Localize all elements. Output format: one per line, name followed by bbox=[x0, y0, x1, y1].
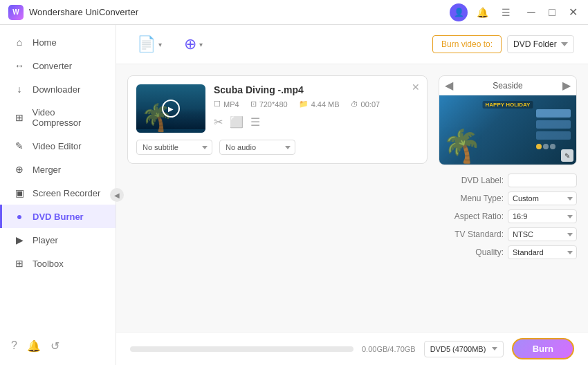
video-thumbnail: 🌴 ▶ bbox=[136, 84, 205, 133]
sidebar-nav: ⌂ Home ↔ Converter ↓ Downloader ⊞ Video … bbox=[0, 30, 116, 275]
downloader-icon: ↓ bbox=[13, 84, 26, 95]
sidebar-item-home[interactable]: ⌂ Home bbox=[0, 30, 116, 54]
dvd-label-row: DVD Label: bbox=[439, 174, 577, 187]
duration-icon: ⏱ bbox=[351, 100, 358, 109]
file-info: Scuba Diving -.mp4 ☐ MP4 ⊡ 720*480 bbox=[214, 84, 419, 129]
tv-standard-row: TV Standard: NTSC PAL bbox=[439, 227, 577, 241]
sidebar-item-converter[interactable]: ↔ Converter bbox=[0, 54, 116, 77]
preview-title: Seaside bbox=[493, 81, 522, 91]
titlebar: W Wondershare UniConverter 👤 🔔 ☰ ─ □ ✕ bbox=[0, 0, 588, 25]
dvd-label-label: DVD Label: bbox=[461, 176, 504, 185]
titlebar-icons: 👤 🔔 ☰ bbox=[450, 3, 515, 21]
aspect-ratio-label: Aspect Ratio: bbox=[454, 212, 504, 221]
copy-icon[interactable]: ⬜ bbox=[230, 115, 244, 129]
app-body: ⌂ Home ↔ Converter ↓ Downloader ⊞ Video … bbox=[0, 25, 588, 365]
sidebar-item-video-compressor[interactable]: ⊞ Video Compressor bbox=[0, 101, 116, 134]
notifications-icon[interactable]: 🔔 bbox=[27, 339, 41, 353]
sidebar-label-converter: Converter bbox=[33, 61, 72, 71]
bell-icon[interactable]: 🔔 bbox=[473, 3, 491, 21]
sidebar-item-video-editor[interactable]: ✎ Video Editor bbox=[0, 134, 116, 158]
menu-type-row: Menu Type: Custom None Template 1 bbox=[439, 191, 577, 205]
aspect-ratio-row: Aspect Ratio: 16:9 4:3 bbox=[439, 209, 577, 223]
toolbar-left: 📄 ▾ ⊕ ▾ bbox=[130, 32, 210, 57]
file-card: ✕ 🌴 ▶ Scuba Diving -.mp4 ☐ bbox=[127, 75, 428, 164]
dot-active bbox=[536, 144, 542, 149]
recorder-icon: ▣ bbox=[13, 187, 26, 198]
sidebar: ⌂ Home ↔ Converter ↓ Downloader ⊞ Video … bbox=[0, 25, 116, 365]
menu-icon[interactable]: ☰ bbox=[497, 3, 515, 21]
file-card-close-button[interactable]: ✕ bbox=[412, 82, 420, 93]
sidebar-label-player: Player bbox=[33, 235, 58, 245]
file-duration: ⏱ 00:07 bbox=[351, 100, 380, 109]
preview-image: HAPPY HOLIDAY 🌴 bbox=[439, 95, 576, 165]
add-chapter-button[interactable]: ⊕ ▾ bbox=[177, 32, 210, 57]
preview-edit-button[interactable]: ✎ bbox=[561, 149, 573, 162]
progress-bar-container bbox=[130, 346, 353, 352]
storage-info: 0.00GB/4.70GB bbox=[362, 345, 416, 353]
close-button[interactable]: ✕ bbox=[566, 6, 580, 19]
holiday-text: HAPPY HOLIDAY bbox=[483, 101, 533, 109]
maximize-button[interactable]: □ bbox=[545, 6, 559, 19]
file-meta: ☐ MP4 ⊡ 720*480 📁 4.44 MB bbox=[214, 100, 419, 109]
player-icon: ▶ bbox=[13, 234, 26, 245]
size-icon: 📁 bbox=[299, 100, 309, 109]
audio-select[interactable]: No audio bbox=[219, 140, 295, 155]
dvd-size-select[interactable]: DVD5 (4700MB) DVD9 (8500MB) bbox=[424, 341, 504, 357]
sidebar-item-dvd-burner[interactable]: ● DVD Burner bbox=[0, 205, 116, 228]
sidebar-collapse-button[interactable]: ◀ bbox=[110, 188, 124, 202]
scissors-icon[interactable]: ✂ bbox=[214, 115, 223, 129]
file-format: ☐ MP4 bbox=[214, 100, 239, 109]
user-icon[interactable]: 👤 bbox=[450, 3, 468, 21]
sidebar-item-screen-recorder[interactable]: ▣ Screen Recorder bbox=[0, 181, 116, 205]
burn-button[interactable]: Burn bbox=[512, 338, 574, 359]
help-icon[interactable]: ? bbox=[11, 339, 17, 353]
toolbox-icon: ⊞ bbox=[13, 258, 26, 269]
sidebar-label-home: Home bbox=[33, 37, 57, 48]
format-icon: ☐ bbox=[214, 100, 221, 109]
sidebar-item-downloader[interactable]: ↓ Downloader bbox=[0, 77, 116, 101]
dot-1 bbox=[543, 144, 549, 149]
burn-to-label: Burn video to: bbox=[432, 35, 502, 53]
merger-icon: ⊕ bbox=[13, 164, 26, 175]
app-icon: W bbox=[8, 5, 24, 20]
editor-icon: ✎ bbox=[13, 140, 26, 151]
sidebar-item-player[interactable]: ▶ Player bbox=[0, 228, 116, 252]
dot-2 bbox=[550, 144, 555, 149]
sidebar-item-toolbox[interactable]: ⊞ Toolbox bbox=[0, 252, 116, 275]
add-chapter-icon: ⊕ bbox=[184, 35, 196, 53]
sidebar-item-merger[interactable]: ⊕ Merger bbox=[0, 158, 116, 181]
play-button[interactable]: ▶ bbox=[162, 100, 180, 118]
preview-menu-items bbox=[536, 109, 571, 149]
file-panel: ✕ 🌴 ▶ Scuba Diving -.mp4 ☐ bbox=[127, 75, 428, 321]
file-resolution: ⊡ 720*480 bbox=[250, 100, 288, 109]
preview-area: ◀ Seaside ▶ HAPPY HOLIDAY 🌴 bbox=[439, 75, 577, 165]
app-title: Wondershare UniConverter bbox=[29, 7, 138, 17]
sidebar-label-toolbox: Toolbox bbox=[33, 259, 64, 269]
sidebar-label-merger: Merger bbox=[33, 165, 61, 175]
quality-select[interactable]: Standard High Low bbox=[508, 245, 577, 259]
add-file-dropdown-arrow: ▾ bbox=[158, 41, 162, 48]
sidebar-label-editor: Video Editor bbox=[33, 141, 82, 151]
aspect-ratio-select[interactable]: 16:9 4:3 bbox=[508, 209, 577, 223]
dvd-burner-icon: ● bbox=[13, 211, 26, 222]
add-chapter-dropdown-arrow: ▾ bbox=[199, 41, 203, 48]
refresh-icon[interactable]: ↺ bbox=[50, 339, 59, 353]
menu-type-select[interactable]: Custom None Template 1 bbox=[508, 191, 577, 205]
dvd-label-input[interactable] bbox=[508, 174, 577, 187]
burn-destination-select[interactable]: DVD Folder DVD Disc ISO File bbox=[507, 35, 574, 53]
titlebar-left: W Wondershare UniConverter bbox=[8, 5, 138, 20]
preview-dots bbox=[536, 144, 571, 149]
add-file-button[interactable]: 📄 ▾ bbox=[130, 32, 169, 57]
sidebar-label-compressor: Video Compressor bbox=[33, 107, 104, 128]
quality-row: Quality: Standard High Low bbox=[439, 245, 577, 259]
preview-next-button[interactable]: ▶ bbox=[562, 79, 571, 92]
file-size: 📁 4.44 MB bbox=[299, 100, 340, 109]
tv-standard-select[interactable]: NTSC PAL bbox=[508, 227, 577, 241]
subtitle-select[interactable]: No subtitle bbox=[136, 140, 212, 155]
compressor-icon: ⊞ bbox=[13, 112, 26, 123]
menu-options-icon[interactable]: ☰ bbox=[250, 115, 260, 129]
minimize-button[interactable]: ─ bbox=[524, 6, 538, 19]
preview-nav: ◀ Seaside ▶ bbox=[439, 76, 576, 95]
preview-prev-button[interactable]: ◀ bbox=[445, 79, 453, 92]
file-controls: No subtitle No audio bbox=[136, 140, 419, 155]
